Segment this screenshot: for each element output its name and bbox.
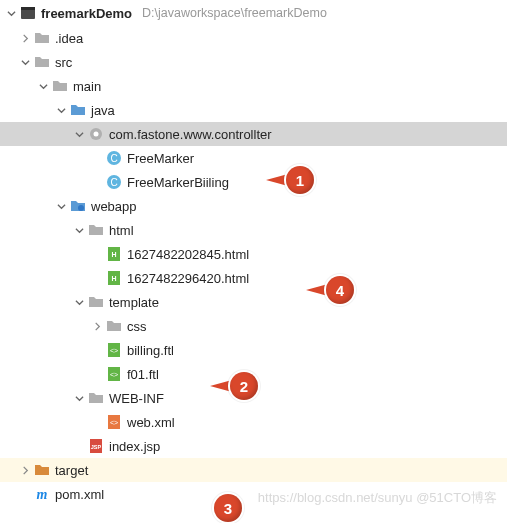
excluded-folder-icon — [34, 462, 50, 478]
jsp-file-icon: JSP — [88, 438, 104, 454]
annotation-arrow — [266, 174, 288, 186]
svg-text:JSP: JSP — [91, 444, 102, 450]
html-file-icon: H — [106, 270, 122, 286]
annotation-arrow — [210, 380, 232, 392]
folder-icon — [88, 294, 104, 310]
chevron-right-icon[interactable] — [90, 319, 104, 333]
project-tree[interactable]: freemarkDemo D:\javaworkspace\freemarkDe… — [0, 0, 507, 506]
tree-label: FreeMarker — [127, 151, 194, 166]
tree-label: WEB-INF — [109, 391, 164, 406]
tree-row-template[interactable]: template — [0, 290, 507, 314]
folder-icon — [34, 54, 50, 70]
tree-row-src[interactable]: src — [0, 50, 507, 74]
svg-text:<>: <> — [110, 371, 118, 378]
tree-row-target[interactable]: target — [0, 458, 507, 482]
svg-text:H: H — [111, 251, 116, 258]
ftl-file-icon: <> — [106, 342, 122, 358]
tree-label: web.xml — [127, 415, 175, 430]
project-root-row[interactable]: freemarkDemo D:\javaworkspace\freemarkDe… — [0, 0, 507, 26]
svg-text:m: m — [37, 487, 48, 502]
tree-label: f01.ftl — [127, 367, 159, 382]
tree-label: src — [55, 55, 72, 70]
tree-label: index.jsp — [109, 439, 160, 454]
folder-icon — [106, 318, 122, 334]
tree-row-idea[interactable]: .idea — [0, 26, 507, 50]
tree-label: pom.xml — [55, 487, 104, 502]
chevron-right-icon[interactable] — [18, 31, 32, 45]
tree-label: template — [109, 295, 159, 310]
tree-label: 1627482296420.html — [127, 271, 249, 286]
source-folder-icon — [70, 102, 86, 118]
tree-row-webapp[interactable]: webapp — [0, 194, 507, 218]
tree-label: FreeMarkerBiiling — [127, 175, 229, 190]
tree-label: .idea — [55, 31, 83, 46]
chevron-down-icon[interactable] — [72, 391, 86, 405]
tree-row-package[interactable]: com.fastone.www.controllter — [0, 122, 507, 146]
chevron-down-icon[interactable] — [36, 79, 50, 93]
tree-row-html-folder[interactable]: html — [0, 218, 507, 242]
tree-row-class[interactable]: C FreeMarkerBiiling — [0, 170, 507, 194]
watermark: https://blog.csdn.net/sunyu @51CTO博客 — [258, 489, 497, 507]
tree-label: billing.ftl — [127, 343, 174, 358]
project-path: D:\javaworkspace\freemarkDemo — [142, 6, 327, 20]
tree-row-main[interactable]: main — [0, 74, 507, 98]
chevron-down-icon[interactable] — [54, 103, 68, 117]
svg-text:<>: <> — [110, 347, 118, 354]
tree-label: java — [91, 103, 115, 118]
annotation-arrow — [306, 284, 328, 296]
project-name: freemarkDemo — [41, 6, 132, 21]
folder-icon — [34, 30, 50, 46]
tree-row-java[interactable]: java — [0, 98, 507, 122]
tree-row-css[interactable]: css — [0, 314, 507, 338]
tree-label: css — [127, 319, 147, 334]
chevron-down-icon[interactable] — [18, 55, 32, 69]
class-icon: C — [106, 174, 122, 190]
chevron-down-icon[interactable] — [72, 223, 86, 237]
svg-point-3 — [94, 132, 99, 137]
package-icon — [88, 126, 104, 142]
xml-file-icon: <> — [106, 414, 122, 430]
class-icon: C — [106, 150, 122, 166]
annotation-badge-1: 1 — [286, 166, 314, 194]
annotation-badge-4: 4 — [326, 276, 354, 304]
svg-text:<>: <> — [110, 419, 118, 426]
tree-row-jsp[interactable]: JSP index.jsp — [0, 434, 507, 458]
chevron-down-icon[interactable] — [72, 127, 86, 141]
svg-text:C: C — [110, 177, 117, 188]
chevron-down-icon[interactable] — [54, 199, 68, 213]
svg-text:C: C — [110, 153, 117, 164]
annotation-badge-3: 3 — [214, 494, 242, 522]
ftl-file-icon: <> — [106, 366, 122, 382]
tree-row-ftl-file[interactable]: <> billing.ftl — [0, 338, 507, 362]
tree-label: html — [109, 223, 134, 238]
svg-point-8 — [78, 205, 84, 211]
web-folder-icon — [70, 198, 86, 214]
tree-label: 1627482202845.html — [127, 247, 249, 262]
folder-icon — [88, 390, 104, 406]
folder-icon — [52, 78, 68, 94]
annotation-badge-2: 2 — [230, 372, 258, 400]
project-icon — [20, 5, 36, 21]
maven-file-icon: m — [34, 486, 50, 502]
svg-rect-1 — [21, 7, 35, 10]
chevron-down-icon[interactable] — [4, 6, 18, 20]
tree-label: webapp — [91, 199, 137, 214]
html-file-icon: H — [106, 246, 122, 262]
folder-icon — [88, 222, 104, 238]
chevron-right-icon[interactable] — [18, 463, 32, 477]
tree-row-html-file[interactable]: H 1627482296420.html — [0, 266, 507, 290]
tree-label: com.fastone.www.controllter — [109, 127, 272, 142]
tree-label: target — [55, 463, 88, 478]
tree-row-class[interactable]: C FreeMarker — [0, 146, 507, 170]
svg-text:H: H — [111, 275, 116, 282]
tree-row-html-file[interactable]: H 1627482202845.html — [0, 242, 507, 266]
chevron-down-icon[interactable] — [72, 295, 86, 309]
tree-row-webxml[interactable]: <> web.xml — [0, 410, 507, 434]
tree-label: main — [73, 79, 101, 94]
